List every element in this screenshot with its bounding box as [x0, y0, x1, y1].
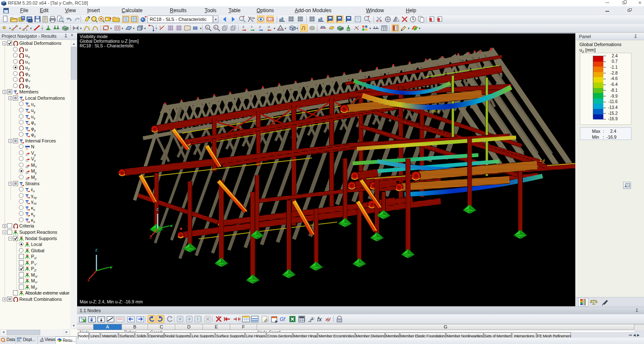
svg-text:Max u-Z: 2.4, Min u-Z: -16.9 m: Max u-Z: 2.4, Min u-Z: -16.9 mm	[80, 299, 143, 304]
svg-text:Z: Z	[156, 207, 159, 212]
svg-text:2.4: 2.4	[540, 158, 545, 163]
svg-text:xyz: xyz	[251, 16, 255, 20]
svg-text:x̸y̸: x̸y̸	[325, 317, 331, 322]
svg-text:Y: Y	[171, 224, 173, 228]
svg-text:RC18 : SLS - Characteristic: RC18 : SLS - Characteristic	[80, 43, 134, 48]
svg-text:88: 88	[193, 26, 198, 31]
svg-text:Mz: Mz	[26, 178, 29, 181]
svg-text:X-XX: X-XX	[267, 18, 274, 21]
svg-text:Z: Z	[95, 248, 98, 252]
svg-text:Y: Y	[110, 265, 113, 269]
svg-text:-16.9: -16.9	[431, 109, 439, 113]
svg-text:X: X	[242, 26, 244, 28]
svg-text:Vz: Vz	[26, 160, 29, 162]
svg-text:-X: -X	[267, 26, 270, 28]
svg-text:Gf: Gf	[280, 316, 286, 322]
svg-text:Mt: Mt	[26, 166, 29, 168]
svg-text:1: 1	[26, 28, 28, 31]
svg-text:x: x	[207, 26, 208, 29]
svg-text:Z: Z	[259, 26, 261, 28]
svg-text:N: N	[26, 147, 28, 150]
svg-text:Y: Y	[251, 26, 253, 28]
svg-text:a↓: a↓	[312, 316, 315, 320]
svg-text:My: My	[26, 172, 29, 174]
svg-text:1: 1	[159, 26, 161, 28]
svg-text:fx: fx	[317, 316, 322, 323]
svg-text:X: X	[149, 235, 152, 240]
svg-text:X: X	[87, 278, 90, 282]
svg-text:Vy: Vy	[26, 154, 28, 156]
svg-text:x: x	[215, 26, 217, 29]
